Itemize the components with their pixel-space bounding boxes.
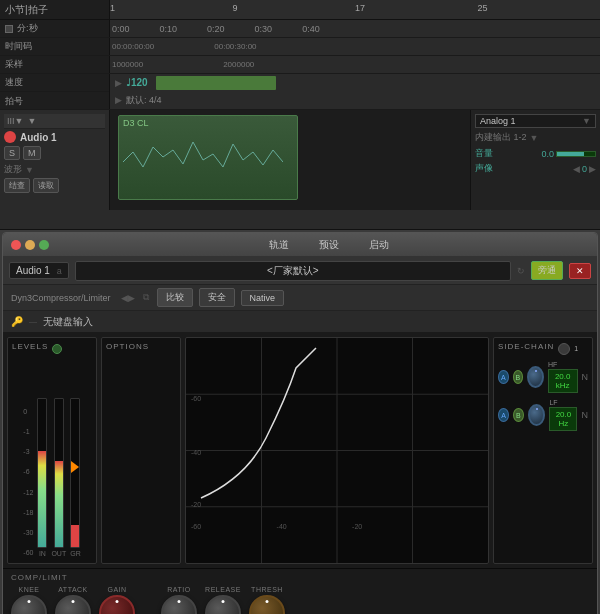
attack-label: ATTACK	[58, 586, 88, 593]
native-button[interactable]: Native	[241, 290, 285, 306]
read-button[interactable]: 读取	[33, 178, 59, 193]
daw-section: 小节|拍子 1 9 17 25 分:秒 0:00 0:10 0:20 0:30 …	[0, 0, 600, 230]
record-button[interactable]	[4, 131, 16, 143]
meter-out-label: OUT	[51, 550, 66, 557]
row-label-samples: 采样	[0, 56, 110, 73]
close-button[interactable]	[11, 240, 21, 250]
meter-in-fill	[38, 451, 46, 547]
title-preset: 预设	[319, 238, 339, 252]
sidechain-toggle[interactable]	[558, 343, 570, 355]
row-timecode: 时间码 00:00:00:00 00:00:30:00	[0, 38, 600, 56]
track-controls: III▼ ▼ Audio 1 S M 波形 ▼ 结查 读取	[0, 110, 110, 210]
compare-button[interactable]: 比较	[157, 288, 193, 307]
graph-section: -60 -40 -20 -20 -40 -60	[185, 337, 489, 564]
plugin-track-name[interactable]: Audio 1 a	[9, 262, 69, 279]
default-value: 默认: 4/4	[126, 94, 162, 107]
comp-section: COMP/LIMIT KNEE 0.0 dB ATTACK 10.0 ms	[3, 568, 597, 614]
key-input-row: 🔑 — 无键盘输入	[3, 311, 597, 333]
volume-fader[interactable]	[556, 151, 596, 157]
graph-svg: -60 -40 -20 -20 -40 -60	[186, 338, 488, 563]
plugin-name: Dyn3Compressor/Limiter	[11, 293, 111, 303]
bypass-button[interactable]: 旁通	[531, 261, 563, 280]
plugin-toolbar: Audio 1 a <厂家默认> ↻ 旁通 ✕	[3, 257, 597, 285]
ratio-knob[interactable]	[161, 595, 197, 614]
row-samples: 采样 1000000 2000000	[0, 56, 600, 74]
solo-button[interactable]: S	[4, 146, 20, 160]
plugin-preset[interactable]: <厂家默认>	[75, 261, 511, 281]
hf-value: 20.0 kHz	[548, 369, 578, 393]
meter-gr-fill	[71, 525, 79, 547]
gain-label: GAIN	[107, 586, 126, 593]
meter-gr-marker	[71, 461, 79, 473]
row-label-timecode: 时间码	[0, 38, 110, 55]
plugin-subtoolbar: Dyn3Compressor/Limiter ◀▶ ⧉ 比较 安全 Native	[3, 285, 597, 311]
hf-n-indicator: N	[582, 372, 589, 382]
hf-row: A B HF 20.0 kHz N	[498, 361, 588, 393]
lf-btn-b[interactable]: B	[513, 408, 524, 422]
minimize-button[interactable]	[25, 240, 35, 250]
hf-btn-a[interactable]: A	[498, 370, 509, 384]
thresh-label: THRESH	[251, 586, 283, 593]
comp-title-row: COMP/LIMIT	[11, 573, 589, 582]
lf-btn-a[interactable]: A	[498, 408, 509, 422]
levels-indicator	[52, 344, 62, 354]
beats-label: 小节|拍子	[0, 0, 110, 19]
ruler-mark-25: 25	[478, 0, 488, 13]
track-name: Audio 1	[20, 132, 105, 143]
title-track: 轨道	[269, 238, 289, 252]
tempo-line-2: ▶ 默认: 4/4	[110, 92, 600, 110]
gain-knob[interactable]	[99, 595, 135, 614]
release-knob[interactable]	[205, 595, 241, 614]
track-name-row: Audio 1	[4, 131, 105, 143]
mute-button[interactable]: M	[23, 146, 41, 160]
ruler-mark-1: 1	[110, 0, 115, 13]
meter-gr: GR	[70, 398, 81, 557]
waveform-label: 波形	[4, 163, 22, 176]
meter-gr-label: GR	[70, 550, 81, 557]
hf-knob[interactable]	[527, 366, 544, 388]
options-title: OPTIONS	[106, 342, 176, 351]
track-buttons: S M	[4, 146, 105, 160]
thresh-group: THRESH -24.0 dB	[249, 586, 285, 614]
svg-text:-60: -60	[191, 395, 201, 402]
knee-knob[interactable]	[11, 595, 47, 614]
track-audio-buttons: 结查 读取	[4, 178, 105, 193]
pan-row: 声像 ◀ 0 ▶	[475, 162, 596, 175]
row-label-minutes: 分:秒	[0, 20, 110, 37]
volume-value: 0.0	[541, 149, 554, 159]
clip-label: D3 CL	[119, 116, 153, 130]
tempo-line-1: ▶ ♩120	[110, 74, 600, 92]
knee-label: KNEE	[18, 586, 39, 593]
row-content-timecode: 00:00:00:00 00:00:30:00	[110, 38, 600, 55]
channel-selector: Analog 1 ▼	[475, 114, 596, 128]
maximize-button[interactable]	[39, 240, 49, 250]
meter-in: IN	[37, 398, 47, 557]
waveform-row: 波形 ▼	[4, 163, 105, 176]
audio-button[interactable]: 结查	[4, 178, 30, 193]
key-icon: 🔑	[11, 316, 23, 327]
audio-clip: D3 CL	[118, 115, 298, 200]
tempo-label: 速度 拍号	[0, 74, 110, 109]
release-label: RELEASE	[205, 586, 241, 593]
hf-btn-b[interactable]: B	[513, 370, 524, 384]
row-expand-minutes[interactable]	[5, 25, 13, 33]
routing-label: 内建输出 1-2	[475, 131, 527, 144]
lf-n-indicator: N	[581, 410, 588, 420]
input-selector: 内建输出 1-2 ▼	[475, 131, 596, 144]
title-auto: 启动	[369, 238, 389, 252]
svg-text:-40: -40	[277, 523, 287, 530]
track-section: III▼ ▼ Audio 1 S M 波形 ▼ 结查 读取 D3	[0, 110, 600, 210]
svg-text:-20: -20	[352, 523, 362, 530]
lf-knob[interactable]	[528, 404, 545, 426]
meter-out-track	[54, 398, 64, 548]
svg-text:-20: -20	[191, 501, 201, 508]
attack-group: ATTACK 10.0 ms	[55, 586, 91, 614]
hf-label: HF	[548, 361, 578, 368]
plugin-close-button[interactable]: ✕	[569, 263, 591, 279]
thresh-knob[interactable]	[249, 595, 285, 614]
safe-button[interactable]: 安全	[199, 288, 235, 307]
attack-knob[interactable]	[55, 595, 91, 614]
sidechain-section: SIDE-CHAIN 1 A B HF 20.0 kHz N A B	[493, 337, 593, 564]
levels-title: LEVELS	[12, 342, 48, 351]
options-section: OPTIONS	[101, 337, 181, 564]
